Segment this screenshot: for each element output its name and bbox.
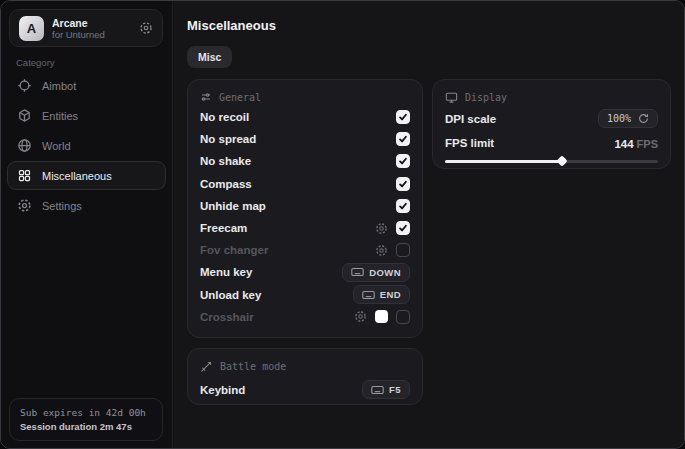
- general-card-header: General: [200, 91, 410, 103]
- crosshair-color-swatch[interactable]: [375, 310, 388, 323]
- menu-keybind-chip[interactable]: DOWN: [342, 263, 410, 282]
- subscription-card: Sub expires in 42d 00h Session duration …: [9, 398, 163, 441]
- unload-keybind-value: END: [380, 289, 401, 300]
- unload-keybind-chip[interactable]: END: [353, 285, 410, 304]
- battle-keybind-chip[interactable]: F5: [362, 380, 410, 399]
- refresh-icon[interactable]: [638, 113, 649, 124]
- setting-label: No shake: [200, 155, 251, 167]
- sidebar-item-label: World: [42, 140, 71, 152]
- no-shake-checkbox[interactable]: [396, 154, 410, 168]
- dpi-scale-row: DPI scale 100%: [445, 106, 658, 131]
- setting-row-no-shake: No shake: [200, 150, 410, 172]
- battle-card-title: Battle mode: [220, 361, 286, 372]
- dpi-scale-value: 100%: [607, 113, 631, 124]
- crosshair-icon: [17, 78, 32, 93]
- sidebar-section-label: Category: [16, 57, 55, 68]
- gear-icon: [17, 198, 32, 213]
- app-identity-card: A Arcane for Unturned: [9, 9, 163, 47]
- tab-misc[interactable]: Misc: [187, 46, 232, 68]
- display-card: Display DPI scale 100% FPS limit 144FPS: [432, 79, 671, 169]
- fov-settings-gear-icon[interactable]: [375, 244, 388, 257]
- setting-label: Crosshair: [200, 311, 254, 323]
- app-subtitle: for Unturned: [52, 29, 105, 40]
- slider-thumb[interactable]: [556, 155, 567, 166]
- fps-limit-value-group: 144FPS: [614, 134, 658, 152]
- keyboard-icon: [371, 385, 384, 395]
- app-window: A Arcane for Unturned Category Aimbot: [0, 0, 685, 449]
- sidebar-item-label: Aimbot: [42, 80, 76, 92]
- fps-limit-slider[interactable]: [445, 156, 658, 166]
- fps-limit-row: FPS limit 144FPS: [445, 133, 658, 153]
- session-duration-text: Session duration 2m 47s: [20, 421, 152, 432]
- fps-limit-unit: FPS: [637, 138, 658, 150]
- sidebar-item-miscellaneous[interactable]: Miscellaneous: [7, 161, 166, 190]
- app-title: Arcane: [52, 17, 105, 29]
- sidebar: A Arcane for Unturned Category Aimbot: [1, 1, 173, 448]
- general-card: General No recoil No spread No shake Com…: [187, 79, 423, 338]
- crosshair-checkbox[interactable]: [396, 310, 410, 324]
- setting-label: No spread: [200, 133, 256, 145]
- sidebar-nav: Aimbot Entities World Miscellaneous: [7, 71, 166, 220]
- main-panel: Miscellaneous Misc General No recoil No …: [174, 1, 684, 448]
- page-title: Miscellaneous: [187, 18, 276, 33]
- keyboard-icon: [351, 267, 364, 277]
- display-card-title: Display: [465, 92, 507, 103]
- fps-limit-value: 144: [614, 138, 633, 150]
- app-logo: A: [19, 16, 44, 41]
- crosshair-settings-gear-icon[interactable]: [354, 310, 367, 323]
- grid-icon: [17, 168, 32, 183]
- sword-icon: [200, 360, 213, 373]
- setting-row-no-recoil: No recoil: [200, 106, 410, 128]
- dpi-scale-label: DPI scale: [445, 113, 496, 125]
- battle-keybind-value: F5: [389, 384, 401, 395]
- setting-label: Unload key: [200, 289, 261, 301]
- sub-expiry-text: Sub expires in 42d 00h: [20, 407, 152, 418]
- display-card-header: Display: [445, 91, 658, 104]
- setting-label: Freecam: [200, 222, 247, 234]
- dpi-scale-control[interactable]: 100%: [598, 109, 658, 128]
- setting-label: Fov changer: [200, 244, 268, 256]
- keyboard-icon: [362, 290, 375, 300]
- app-identity-text: Arcane for Unturned: [52, 17, 105, 40]
- no-spread-checkbox[interactable]: [396, 132, 410, 146]
- battle-mode-card: Battle mode Keybind F5: [187, 348, 423, 405]
- setting-row-compass: Compass: [200, 173, 410, 195]
- menu-keybind-value: DOWN: [369, 267, 401, 278]
- general-rows: No recoil No spread No shake Compass Unh: [200, 106, 410, 328]
- sidebar-item-entities[interactable]: Entities: [7, 101, 166, 130]
- setting-row-unload-key: Unload key END: [200, 284, 410, 306]
- sidebar-item-aimbot[interactable]: Aimbot: [7, 71, 166, 100]
- setting-row-fov-changer: Fov changer: [200, 239, 410, 261]
- setting-row-no-spread: No spread: [200, 128, 410, 150]
- setting-row-menu-key: Menu key DOWN: [200, 261, 410, 283]
- sidebar-item-world[interactable]: World: [7, 131, 166, 160]
- no-recoil-checkbox[interactable]: [396, 110, 410, 124]
- compass-checkbox[interactable]: [396, 177, 410, 191]
- unhide-map-checkbox[interactable]: [396, 199, 410, 213]
- freecam-checkbox[interactable]: [396, 221, 410, 235]
- setting-row-freecam: Freecam: [200, 217, 410, 239]
- slider-fill: [445, 160, 562, 163]
- battle-card-header: Battle mode: [200, 360, 410, 373]
- battle-keybind-row: Keybind F5: [200, 377, 410, 402]
- battle-keybind-label: Keybind: [200, 384, 245, 396]
- setting-label: Menu key: [200, 266, 252, 278]
- setting-row-crosshair: Crosshair: [200, 306, 410, 328]
- sidebar-item-settings[interactable]: Settings: [7, 191, 166, 220]
- setting-label: Unhide map: [200, 200, 266, 212]
- sidebar-item-label: Miscellaneous: [42, 170, 112, 182]
- cube-icon: [17, 108, 32, 123]
- sidebar-item-label: Settings: [42, 200, 82, 212]
- freecam-settings-gear-icon[interactable]: [375, 222, 388, 235]
- fov-changer-checkbox[interactable]: [396, 243, 410, 257]
- monitor-icon: [445, 91, 458, 104]
- fps-limit-label: FPS limit: [445, 137, 494, 149]
- sliders-icon: [200, 91, 212, 103]
- globe-icon: [17, 138, 32, 153]
- sidebar-item-label: Entities: [42, 110, 78, 122]
- setting-label: Compass: [200, 178, 252, 190]
- setting-label: No recoil: [200, 111, 249, 123]
- setting-row-unhide-map: Unhide map: [200, 195, 410, 217]
- sync-icon[interactable]: [139, 21, 153, 35]
- general-card-title: General: [219, 92, 261, 103]
